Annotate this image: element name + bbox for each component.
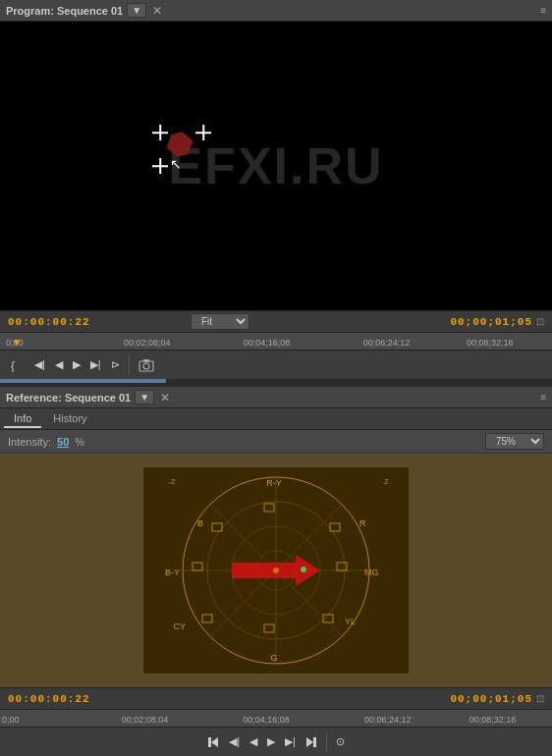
top-panel-title: Program: Sequence 01: [6, 5, 123, 17]
bottom-panel-header: Reference: Sequence 01 ▼ ✕ ≡: [0, 387, 552, 408]
cursor-arrow: ↖: [170, 156, 182, 172]
bottom-mark-in-btn[interactable]: [204, 734, 222, 750]
ruler-marks: 0;00 00;02;08;04 00;04;16;08 00;06;24;12…: [4, 333, 548, 350]
svg-point-31: [273, 567, 279, 573]
bottom-step-back-btn[interactable]: ◀|: [226, 733, 243, 750]
bottom-panel-close[interactable]: ✕: [160, 391, 170, 405]
fit-dropdown[interactable]: Fit 25% 50% 100%: [191, 313, 249, 330]
svg-text:B: B: [197, 518, 203, 528]
bottom-transport-divider: [326, 732, 327, 752]
bottom-panel-dropdown[interactable]: ▼: [135, 390, 154, 405]
bottom-transport: ◀| ◀ ▶ ▶| ⊙: [0, 727, 552, 756]
top-transport: { ◀| ◀ ▶ ▶| ⊳: [0, 350, 552, 379]
intensity-label: Intensity:: [8, 436, 51, 448]
bottom-panel-menu[interactable]: ≡: [540, 392, 546, 403]
ruler-label-1: 00;02;08;04: [124, 338, 171, 348]
bottom-timecode-right: 00;00;01;05: [450, 693, 532, 705]
top-timecode-left: 00:00:00:22: [8, 316, 90, 328]
svg-marker-36: [306, 737, 313, 747]
play-btn[interactable]: ▶: [70, 356, 83, 373]
bottom-safe-icon: ⊡: [536, 693, 544, 704]
top-timeline-ruler[interactable]: 0;00 00;02;08;04 00;04;16;08 00;06;24;12…: [0, 332, 552, 350]
zoom-dropdown[interactable]: 75% 50% 100%: [485, 433, 544, 450]
video-area: EFXI.RU ↖: [0, 22, 552, 310]
top-timecode-right: 00;00;01;05: [450, 316, 532, 328]
svg-rect-3: [143, 359, 149, 362]
top-timebar: 00:00:00:22 Fit 25% 50% 100% 00;00;01;05…: [0, 310, 552, 332]
next-frame-btn[interactable]: ▶|: [87, 356, 104, 373]
camera-btn[interactable]: [136, 356, 157, 374]
transport-divider: [129, 355, 130, 375]
animation-shape: [163, 130, 195, 159]
bottom-ruler-label-1: 00;02;08;04: [122, 715, 169, 725]
svg-rect-37: [313, 737, 316, 747]
shape-overlay: ↖: [152, 125, 211, 174]
bottom-ruler-label-2: 00;04;16;08: [243, 715, 290, 725]
tab-info[interactable]: Info: [4, 410, 41, 428]
bottom-prev-frame-btn[interactable]: ◀: [247, 733, 260, 750]
bottom-next-frame-btn[interactable]: ▶|: [282, 733, 299, 750]
svg-text:{: {: [11, 359, 15, 372]
playhead-marker: ▼: [12, 337, 22, 348]
top-progress-fill: [0, 379, 166, 383]
svg-text:Z: Z: [384, 477, 389, 486]
top-panel: Program: Sequence 01 ▼ ✕ ≡ EFXI.RU ↖ 00:…: [0, 0, 552, 383]
svg-text:MG: MG: [364, 567, 379, 577]
crosshair-tl: [152, 125, 168, 140]
svg-rect-34: [208, 737, 211, 747]
bottom-ruler-label-4: 00;08;32;16: [469, 715, 517, 725]
svg-point-30: [301, 567, 306, 572]
scope-container: R-Y R MG YL G CY B-Y B: [143, 467, 409, 674]
bottom-loop-btn[interactable]: ⊙: [333, 733, 348, 750]
step-fwd-btn[interactable]: ⊳: [108, 356, 123, 373]
tabs-bar: Info History: [0, 408, 552, 430]
bottom-timebar: 00:00:00:22 00;00;01;05 ⊡: [0, 687, 552, 709]
crosshair-bl: [152, 158, 168, 174]
intensity-bar: Intensity: 50 % 75% 50% 100%: [0, 430, 552, 454]
step-back-btn[interactable]: ◀|: [31, 356, 48, 373]
ruler-label-2: 00;04;16;08: [244, 338, 291, 348]
ruler-label-3: 00;06;24;12: [363, 338, 411, 348]
bottom-panel-title: Reference: Sequence 01: [6, 392, 131, 404]
top-panel-close[interactable]: ✕: [152, 4, 162, 18]
crosshair-tr: [195, 125, 211, 140]
prev-frame-btn[interactable]: ◀: [52, 356, 66, 373]
vectorscope-svg: R-Y R MG YL G CY B-Y B: [148, 472, 404, 669]
svg-point-2: [143, 363, 149, 369]
svg-text:G: G: [270, 653, 277, 663]
svg-marker-35: [211, 737, 218, 747]
svg-text:R-Y: R-Y: [266, 478, 282, 488]
ruler-label-4: 00;08;32;16: [467, 338, 514, 348]
safe-icon: ⊡: [536, 316, 544, 327]
bottom-play-btn[interactable]: ▶: [264, 733, 278, 750]
bottom-panel: Reference: Sequence 01 ▼ ✕ ≡ Info Histor…: [0, 387, 552, 756]
tab-history[interactable]: History: [43, 410, 96, 428]
svg-text:-Z: -Z: [168, 477, 176, 486]
scope-area: R-Y R MG YL G CY B-Y B: [0, 454, 552, 687]
mark-in-btn[interactable]: {: [8, 356, 28, 374]
bottom-step-fwd-btn[interactable]: [303, 734, 320, 750]
svg-text:B-Y: B-Y: [165, 567, 180, 577]
top-panel-dropdown[interactable]: ▼: [127, 3, 146, 18]
top-panel-header: Program: Sequence 01 ▼ ✕ ≡: [0, 0, 552, 22]
bottom-ruler-label-0: 0;00: [2, 715, 20, 725]
svg-text:R: R: [359, 518, 366, 528]
top-panel-menu[interactable]: ≡: [540, 5, 546, 16]
svg-text:YL: YL: [345, 617, 356, 626]
bottom-timeline-ruler[interactable]: 0;00 00;02;08;04 00;04;16;08 00;06;24;12…: [0, 709, 552, 727]
bottom-ruler-label-3: 00;06;24;12: [364, 715, 412, 725]
svg-text:CY: CY: [173, 621, 186, 631]
top-progress-strip[interactable]: [0, 379, 552, 383]
intensity-percent: %: [75, 436, 84, 448]
bottom-timecode-left: 00:00:00:22: [8, 693, 90, 705]
intensity-value[interactable]: 50: [57, 436, 69, 448]
